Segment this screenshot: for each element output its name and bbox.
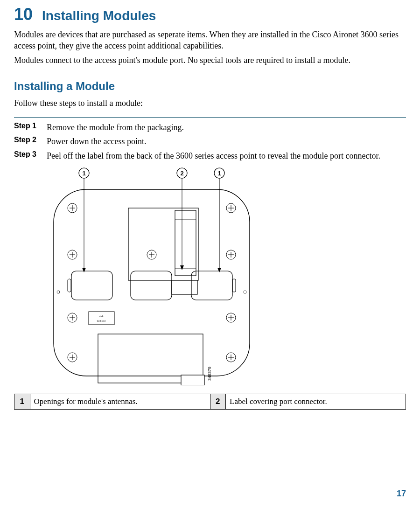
section-divider — [14, 117, 406, 118]
step-2-text: Power down the access point. — [47, 136, 146, 147]
svg-rect-12 — [128, 208, 198, 280]
svg-rect-24 — [181, 375, 204, 385]
module-port-area — [128, 208, 198, 294]
access-point-diagram: 1 2 1 — [47, 166, 261, 385]
step-3-text: Peel off the label from the back of the … — [47, 150, 380, 161]
legend-2-text: Label covering port connector. — [226, 394, 406, 410]
legend-table: 1 Openings for module's antennas. 2 Labe… — [14, 394, 406, 410]
svg-text:2: 2 — [180, 170, 183, 177]
svg-text:1: 1 — [82, 170, 85, 177]
callout-2: 2 — [177, 168, 187, 270]
legend-row: 1 Openings for module's antennas. 2 Labe… — [14, 394, 406, 410]
chapter-heading: 10 Installing Modules — [14, 5, 406, 24]
cisco-label: ılıılı CISCO — [89, 312, 114, 325]
svg-marker-3 — [82, 268, 86, 272]
svg-rect-16 — [172, 280, 197, 294]
svg-text:CISCO: CISCO — [97, 320, 105, 322]
svg-rect-17 — [68, 279, 71, 292]
section-title: Installing a Module — [14, 80, 406, 93]
chapter-title: Installing Modules — [42, 8, 156, 23]
step-2: Step 2 Power down the access point. — [14, 136, 406, 147]
antenna-opening-left — [71, 271, 112, 300]
intro-paragraph-1: Modules are devices that are purchased a… — [14, 29, 406, 52]
svg-rect-13 — [175, 210, 196, 276]
figure-ref-number: 346379 — [207, 367, 212, 381]
diagram: 1 2 1 — [47, 166, 406, 387]
legend-1-text: Openings for module's antennas. — [30, 394, 210, 410]
svg-point-20 — [244, 291, 246, 293]
svg-point-19 — [57, 291, 60, 293]
svg-text:ılıılı: ılıılı — [99, 315, 104, 318]
svg-text:1: 1 — [217, 170, 221, 177]
step-1: Step 1 Remove the module from the packag… — [14, 122, 406, 133]
intro-paragraph-2: Modules connect to the access point's mo… — [14, 55, 406, 66]
legend-2-num: 2 — [210, 394, 226, 410]
step-3: Step 3 Peel off the label from the back … — [14, 150, 406, 161]
page-number: 17 — [397, 489, 406, 499]
step-1-label: Step 1 — [14, 122, 47, 133]
step-2-label: Step 2 — [14, 136, 47, 147]
screws — [68, 203, 236, 362]
legend-1-num: 1 — [14, 394, 30, 410]
svg-marker-11 — [217, 268, 221, 272]
svg-rect-21 — [89, 312, 114, 325]
svg-rect-18 — [232, 279, 236, 292]
step-1-text: Remove the module from the packaging. — [47, 122, 184, 133]
step-3-label: Step 3 — [14, 150, 47, 161]
callout-1-right: 1 — [214, 168, 224, 272]
device-outline — [54, 189, 250, 376]
antenna-opening-mid — [131, 271, 172, 300]
chapter-number: 10 — [14, 5, 33, 24]
section-intro: Follow these steps to install a module: — [14, 97, 406, 109]
callout-1-left: 1 — [79, 168, 89, 272]
svg-marker-7 — [180, 265, 184, 270]
